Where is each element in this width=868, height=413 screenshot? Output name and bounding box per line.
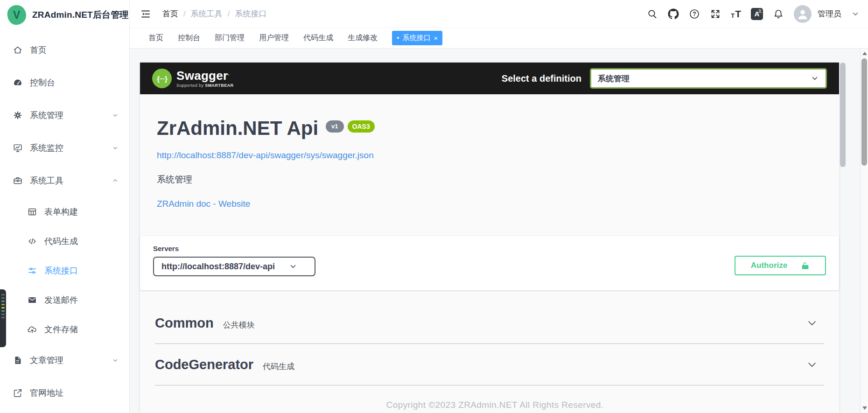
close-icon[interactable]: × — [434, 35, 438, 42]
sidebar-item-form-builder[interactable]: 表单构建 — [0, 197, 129, 226]
breadcrumb-separator: / — [183, 9, 186, 19]
font-size-big-glyph: T — [735, 9, 741, 19]
tab-user-manage[interactable]: 用户管理 — [259, 33, 289, 43]
sidebar-item-label: 系统工具 — [30, 175, 63, 186]
chevron-down-icon — [112, 144, 119, 152]
authorize-label: Authorize — [751, 261, 787, 270]
authorize-button[interactable]: Authorize — [735, 256, 826, 275]
toolbox-icon — [13, 175, 23, 186]
gear-icon — [13, 110, 23, 120]
chevron-up-icon — [112, 177, 119, 184]
sidebar-item-file-storage[interactable]: 文件存储 — [0, 315, 129, 344]
swagger-topbar: {···} Swagger. Supported by SMARTBEAR Se… — [140, 63, 839, 94]
api-sections: Common 公共模块 CodeGenerator 代码生成 — [140, 290, 839, 385]
github-icon[interactable] — [668, 8, 679, 20]
unlock-icon — [800, 261, 810, 270]
floating-widget[interactable] — [0, 289, 6, 347]
sidebar-item-system-manage[interactable]: 系统管理 — [0, 99, 129, 132]
oas-badge: OAS3 — [348, 120, 375, 133]
chevron-down-icon[interactable] — [806, 317, 818, 329]
tab-system-api-active[interactable]: ● 系统接口 × — [392, 31, 442, 45]
window-scrollbar — [860, 49, 868, 413]
sidebar-item-system-api[interactable]: 系统接口 — [0, 256, 129, 285]
section-codegenerator[interactable]: CodeGenerator 代码生成 — [155, 344, 824, 385]
widget-stripe — [1, 294, 5, 295]
chevron-down-icon — [289, 262, 297, 271]
translate-icon[interactable]: A文 — [751, 8, 763, 20]
widget-stripe — [1, 314, 5, 315]
code-icon — [27, 236, 37, 246]
content-scrollbar-thumb[interactable] — [840, 63, 846, 167]
fold-sidebar-icon[interactable] — [140, 8, 151, 20]
tags-view-bar: 首页 控制台 部门管理 用户管理 代码生成 生成修改 ● 系统接口 × — [130, 28, 868, 49]
breadcrumb-system-tools[interactable]: 系统工具 — [191, 8, 223, 19]
sidebar-item-label: 代码生成 — [44, 236, 78, 247]
font-size-icon[interactable]: TT — [731, 9, 741, 19]
sidebar-item-system-monitor[interactable]: 系统监控 — [0, 132, 129, 164]
app-logo[interactable]: V ZRAdmin.NET后台管理 — [0, 0, 129, 30]
scroll-down-arrow-icon[interactable] — [862, 406, 867, 410]
breadcrumb-home[interactable]: 首页 — [162, 8, 178, 19]
app-main: {···} Swagger. Supported by SMARTBEAR Se… — [130, 49, 860, 413]
app-title: ZRAdmin.NET后台管理 — [32, 9, 129, 21]
definition-select[interactable]: 系统管理 — [590, 68, 827, 89]
chevron-down-icon[interactable] — [806, 359, 818, 370]
sidebar-item-console[interactable]: 控制台 — [0, 66, 129, 99]
sidebar-item-label: 系统接口 — [44, 265, 78, 276]
sidebar-item-label: 官网地址 — [30, 387, 63, 399]
tab-code-gen[interactable]: 代码生成 — [303, 33, 333, 43]
window-scrollbar-thumb[interactable] — [861, 58, 867, 166]
swagger-container: {···} Swagger. Supported by SMARTBEAR Se… — [140, 63, 839, 413]
sidebar-item-code-gen[interactable]: 代码生成 — [0, 226, 129, 256]
widget-stripe — [1, 304, 5, 305]
section-title: CodeGenerator — [155, 357, 253, 372]
bell-icon[interactable] — [773, 8, 784, 20]
sidebar-item-label: 发送邮件 — [44, 294, 78, 306]
spec-url-link[interactable]: http://localhost:8887/dev-api/swagger/sy… — [157, 150, 374, 161]
sidebar-item-label: 首页 — [30, 44, 47, 56]
sidebar-item-system-tools[interactable]: 系统工具 — [0, 164, 129, 197]
sidebar-item-send-mail[interactable]: 发送邮件 — [0, 285, 129, 315]
sidebar-item-label: 控制台 — [30, 77, 55, 88]
scroll-up-arrow-icon[interactable] — [862, 52, 867, 55]
mail-icon — [27, 295, 37, 305]
search-icon[interactable] — [647, 8, 658, 20]
api-description: 系统管理 — [157, 174, 822, 186]
sidebar-item-label: 表单构建 — [44, 206, 78, 217]
servers-block: Servers http://localhost:8887/dev-api — [153, 245, 315, 276]
server-select[interactable]: http://localhost:8887/dev-api — [153, 257, 315, 276]
sidebar-item-label: 系统监控 — [30, 142, 63, 154]
chevron-down-icon[interactable] — [851, 10, 860, 18]
top-navbar: 首页 / 系统工具 / 系统接口 ? TT A文 管理员 — [130, 0, 868, 28]
sidebar-item-article-manage[interactable]: 文章管理 — [0, 344, 129, 377]
footer-copyright: Copyright ©2023 ZRAdmin.NET All Rights R… — [130, 400, 860, 410]
tab-gen-edit[interactable]: 生成修改 — [348, 33, 378, 43]
sidebar-item-label: 系统管理 — [30, 110, 63, 121]
tab-home[interactable]: 首页 — [148, 33, 163, 43]
widget-stripe — [1, 297, 5, 299]
sidebar-item-home[interactable]: 首页 — [0, 34, 129, 66]
sliders-icon — [27, 266, 37, 276]
help-icon[interactable]: ? — [689, 8, 700, 20]
app-window: V ZRAdmin.NET后台管理 首页 控制台 系统管理 — [0, 0, 868, 413]
sidebar-item-website[interactable]: 官网地址 — [0, 377, 129, 409]
swagger-logo-glyph: {···} — [157, 75, 167, 83]
api-badges: v1 OAS3 — [326, 120, 375, 133]
tab-dept-manage[interactable]: 部门管理 — [215, 33, 245, 43]
servers-label: Servers — [153, 245, 315, 252]
avatar[interactable] — [794, 5, 812, 23]
fullscreen-icon[interactable] — [710, 8, 721, 20]
section-description: 代码生成 — [263, 361, 294, 372]
chevron-down-icon — [112, 357, 119, 364]
api-title: ZrAdmin.NET Api — [157, 119, 318, 138]
tab-console[interactable]: 控制台 — [178, 33, 200, 43]
doc-website-link[interactable]: ZRAdmin doc - Website — [157, 199, 250, 209]
breadcrumb-system-api: 系统接口 — [235, 8, 266, 19]
section-title: Common — [155, 315, 214, 331]
user-name[interactable]: 管理员 — [818, 8, 841, 19]
logo-letter: V — [13, 9, 20, 21]
logo-icon: V — [6, 4, 27, 26]
monitor-icon — [13, 143, 23, 153]
home-icon — [13, 45, 23, 55]
section-common[interactable]: Common 公共模块 — [155, 302, 824, 344]
